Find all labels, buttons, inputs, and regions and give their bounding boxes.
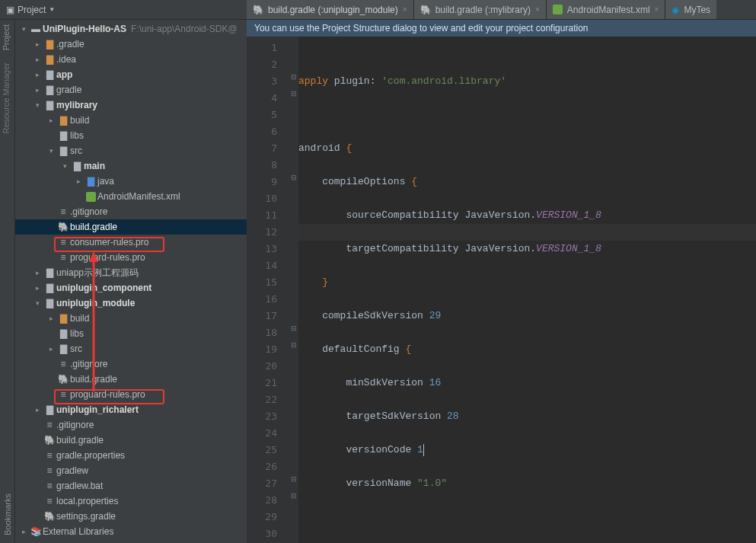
tree-consumer[interactable]: ≡consumer-rules.pro: [15, 235, 247, 250]
tree-main[interactable]: ▾▇main: [15, 158, 247, 174]
tree-gradlewbat[interactable]: ≡gradlew.bat: [15, 478, 247, 493]
chevron-down-icon[interactable]: ▾: [59, 162, 70, 170]
tree-build2[interactable]: ▸▇build: [15, 311, 247, 326]
chevron-right-icon[interactable]: ▸: [46, 315, 56, 322]
fold-icon[interactable]: ⊟: [290, 492, 298, 500]
fold-icon[interactable]: ⊟: [290, 90, 298, 97]
fold-icon[interactable]: ⊟: [290, 174, 298, 181]
tree-proguard2[interactable]: ≡proguard-rules.pro: [15, 387, 247, 402]
tree-localprop[interactable]: ≡local.properties: [15, 493, 247, 509]
tree-gradle[interactable]: ▸▇.gradle: [15, 37, 247, 52]
folder-icon: ▇: [43, 85, 56, 95]
tree-gitignore[interactable]: ≡.gitignore: [15, 204, 247, 219]
line-number: 16: [247, 291, 277, 308]
tree-app[interactable]: ▸▇app: [15, 67, 247, 82]
project-view-selector[interactable]: ▣ Project ▼: [6, 5, 55, 15]
tree-gradleprop[interactable]: ≡gradle.properties: [15, 448, 247, 463]
code-line: sourceCompatibility JavaVersion.VERSION_…: [298, 207, 756, 224]
tree-gradlew[interactable]: ≡gradlew: [15, 463, 247, 478]
chevron-right-icon[interactable]: ▸: [32, 40, 43, 48]
chevron-right-icon[interactable]: ▸: [32, 71, 43, 78]
fold-icon[interactable]: ⊟: [290, 475, 298, 483]
code-line: compileOptions {: [298, 174, 756, 190]
tree-idea[interactable]: ▸▇.idea: [15, 52, 247, 67]
tab-build-gradle-mylibrary[interactable]: 🐘 build.gradle (:mylibrary) ×: [414, 0, 547, 19]
tree-uniplugin-richalert[interactable]: ▸▇uniplugin_richalert: [15, 402, 247, 417]
tree-libs2[interactable]: ▇libs: [15, 326, 247, 341]
chevron-right-icon[interactable]: ▸: [32, 406, 43, 414]
tree-buildgradle-mylibrary[interactable]: 🐘build.gradle: [15, 219, 247, 235]
close-icon[interactable]: ×: [403, 5, 407, 14]
project-tree[interactable]: ▾ ▬ UniPlugin-Hello-AS F:\uni-app\Androi…: [15, 20, 247, 543]
line-number: 4: [247, 90, 277, 107]
tree-src[interactable]: ▾▇src: [15, 143, 247, 158]
info-banner[interactable]: You can use the Project Structure dialog…: [247, 20, 756, 37]
tree-libs[interactable]: ▇libs: [15, 128, 247, 143]
chevron-down-icon[interactable]: ▾: [32, 101, 43, 109]
tree-mylibrary[interactable]: ▾▇mylibrary: [15, 97, 247, 113]
chevron-right-icon[interactable]: ▸: [46, 117, 56, 124]
tree-manifest[interactable]: AndroidManifest.xml: [15, 189, 247, 204]
chevron-right-icon[interactable]: ▸: [73, 177, 84, 185]
file-icon: ≡: [43, 465, 56, 476]
code-line: targetSdkVersion 28: [298, 408, 756, 425]
project-root[interactable]: ▾ ▬ UniPlugin-Hello-AS F:\uni-app\Androi…: [15, 21, 247, 37]
line-number: 19: [247, 341, 277, 358]
close-icon[interactable]: ×: [535, 5, 540, 14]
fold-icon[interactable]: ⊟: [290, 73, 298, 81]
fold-icon[interactable]: ⊟: [290, 324, 298, 332]
tree-settings[interactable]: 🐘settings.gradle: [15, 509, 247, 524]
tree-uniplugin-module[interactable]: ▾▇uniplugin_module: [15, 295, 247, 311]
tab-build-gradle-module[interactable]: 🐘 build.gradle (:uniplugin_module) ×: [247, 0, 414, 19]
line-number: 23: [247, 408, 277, 425]
tree-external-libraries[interactable]: ▸📚External Libraries: [15, 524, 247, 539]
line-number: 20: [247, 358, 277, 375]
tree-src2[interactable]: ▸▇src: [15, 341, 247, 356]
tree-java[interactable]: ▸▇java: [15, 174, 247, 189]
tree-gitignore3[interactable]: ≡.gitignore: [15, 417, 247, 433]
folder-icon: ▇: [84, 176, 97, 187]
file-icon: ≡: [43, 420, 56, 430]
chevron-down-icon[interactable]: ▾: [18, 25, 29, 33]
gutter[interactable]: 1 2 3 4 5 6 7 8 9 10 11 12 13 14 15 16 1…: [247, 37, 289, 543]
tree-buildgradle-root[interactable]: 🐘build.gradle: [15, 433, 247, 448]
elephant-icon: 🐘: [420, 5, 431, 15]
editor-pane[interactable]: You can use the Project Structure dialog…: [247, 20, 756, 543]
chevron-right-icon[interactable]: ▸: [46, 345, 56, 353]
line-number: 21: [247, 375, 277, 391]
code-line: compileSdkVersion 29: [298, 308, 756, 324]
code-area[interactable]: apply plugin: 'com.android.library' andr…: [298, 37, 756, 543]
tree-build[interactable]: ▸▇build: [15, 113, 247, 128]
tree-gradle2[interactable]: ▸▇gradle: [15, 82, 247, 97]
fold-column[interactable]: ⊟ ⊟ ⊟ ⊟ ⊟ ⊟ ⊟: [289, 37, 298, 543]
chevron-down-icon[interactable]: ▾: [32, 299, 43, 307]
tree-gitignore2[interactable]: ≡.gitignore: [15, 356, 247, 372]
folder-icon: ▇: [43, 267, 56, 278]
tab-android-manifest[interactable]: AndroidManifest.xml ×: [547, 0, 666, 19]
elephant-icon: 🐘: [43, 435, 56, 446]
tree-uniappex[interactable]: ▸▇uniapp示例工程源码: [15, 265, 247, 280]
line-number: 27: [247, 475, 277, 492]
chevron-right-icon[interactable]: ▸: [32, 56, 43, 63]
line-number: 14: [247, 257, 277, 274]
chevron-right-icon[interactable]: ▸: [32, 86, 43, 94]
tree-proguard[interactable]: ≡proguard-rules.pro: [15, 250, 247, 265]
chevron-down-icon[interactable]: ▾: [46, 147, 56, 155]
chevron-right-icon[interactable]: ▸: [18, 528, 29, 535]
rail-bookmarks[interactable]: Bookmarks: [2, 489, 14, 540]
tree-uniplugin-component[interactable]: ▸▇uniplugin_component: [15, 280, 247, 295]
line-number: 13: [247, 241, 277, 257]
chevron-right-icon[interactable]: ▸: [32, 284, 43, 292]
tab-mytest[interactable]: ◉ MyTes: [665, 0, 716, 19]
library-icon: 📚: [29, 526, 43, 537]
rail-resource-manager[interactable]: Resource Manager: [0, 58, 12, 139]
fold-icon[interactable]: ⊟: [290, 341, 298, 349]
file-icon: ≡: [43, 450, 56, 461]
module-icon: ▇: [43, 298, 56, 308]
rail-project[interactable]: Project: [0, 20, 12, 55]
folder-icon: ▇: [56, 313, 70, 324]
tree-buildgradle-module[interactable]: 🐘build.gradle: [15, 372, 247, 387]
close-icon[interactable]: ×: [655, 5, 659, 14]
chevron-right-icon[interactable]: ▸: [32, 269, 43, 276]
class-icon: ◉: [671, 5, 679, 15]
